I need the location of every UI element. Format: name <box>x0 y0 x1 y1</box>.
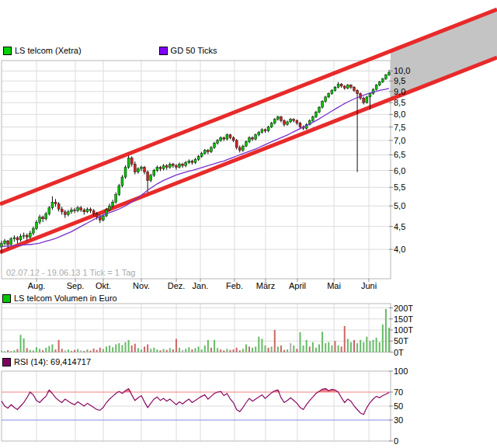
grid-layer <box>2 61 391 441</box>
axis-labels-layer: 10,09,59,08,58,07,57,06,56,05,55,04,54,0… <box>28 66 414 446</box>
price-tick-label: 9,0 <box>394 87 405 96</box>
month-tick-label: Sep. <box>67 281 85 290</box>
ma50-line <box>2 89 389 246</box>
price-tick-label: 6,5 <box>394 150 405 159</box>
price-tick-label: 6,0 <box>394 166 405 175</box>
month-tick-label: Aug. <box>28 281 46 290</box>
trend-channel <box>0 9 497 252</box>
month-tick-label: Dez. <box>168 281 186 290</box>
rsi-tick-label: 70 <box>394 387 403 397</box>
month-tick-label: Feb. <box>226 281 243 290</box>
month-tick-label: April <box>289 281 306 290</box>
month-tick-label: Jan. <box>193 281 209 290</box>
price-tick-label: 5,0 <box>394 201 405 210</box>
month-tick-label: Nov. <box>133 281 150 290</box>
chart-window: LS telcom (Xetra) GD 50 Ticks LS telcom … <box>0 0 497 448</box>
rsi-tick-label: 50 <box>394 401 403 411</box>
volume-tick-label: 50T <box>394 336 408 346</box>
rsi-tick-label: 30 <box>394 415 403 425</box>
rsi-tick-label: 100 <box>394 366 408 376</box>
candles-layer <box>1 70 391 253</box>
price-tick-label: 8,0 <box>394 109 405 119</box>
price-tick-label: 7,0 <box>394 136 405 145</box>
price-tick-label: 4,0 <box>394 245 405 254</box>
price-tick-label: 8,5 <box>394 98 405 107</box>
rsi-tick-label: 0 <box>394 436 398 446</box>
volume-tick-label: 200T <box>394 304 413 313</box>
price-tick-label: 5,5 <box>394 182 405 192</box>
chart-plot-svg: 10,09,59,08,58,07,57,06,56,05,55,04,54,0… <box>0 0 497 448</box>
ma-layer <box>2 89 389 246</box>
volume-tick-label: 0T <box>394 348 404 357</box>
price-tick-label: 10,0 <box>394 66 410 75</box>
volume-tick-label: 150T <box>394 314 413 324</box>
rsi-layer <box>2 389 391 421</box>
volume-bars-layer <box>1 309 390 352</box>
month-tick-label: Juni <box>361 281 377 290</box>
price-tick-label: 7,5 <box>394 123 405 132</box>
price-tick-label: 9,5 <box>394 76 405 85</box>
volume-tick-label: 100T <box>394 325 413 335</box>
price-tick-label: 4,5 <box>394 222 405 231</box>
month-tick-label: März <box>256 281 275 290</box>
month-tick-label: Mai <box>327 281 341 290</box>
month-tick-label: Okt. <box>96 281 111 290</box>
channel-upper-line <box>0 9 497 204</box>
